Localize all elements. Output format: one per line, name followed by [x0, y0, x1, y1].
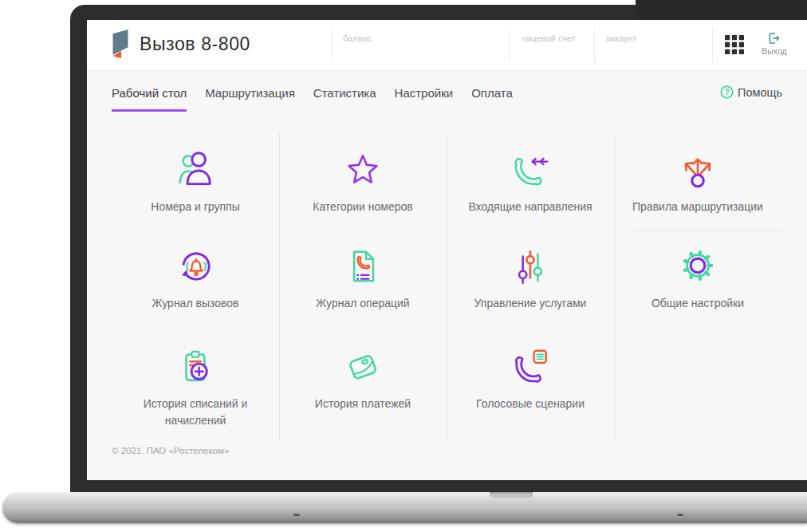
help-label: Помощь [738, 86, 782, 99]
tile-general-settings[interactable]: Общие настройки [614, 230, 781, 330]
tile-operations-log[interactable]: Журнал операций [279, 230, 447, 330]
payments-wallet-icon [341, 345, 384, 388]
tile-charges-history[interactable]: История списаний и начислений [112, 330, 279, 441]
app-title: Вызов 8-800 [140, 33, 250, 55]
balance-field-label: баланс [343, 33, 372, 43]
header-divider [594, 27, 595, 62]
incoming-call-icon [509, 148, 552, 191]
laptop-base [2, 492, 807, 523]
grid-apps-icon [725, 35, 744, 54]
voice-scenarios-icon [509, 345, 552, 388]
tile-label: Голосовые сценарии [476, 396, 585, 412]
laptop-lid-edge [636, 0, 807, 22]
grid-divider [447, 133, 447, 441]
help-icon: ? [720, 85, 734, 99]
tile-voice-scenarios[interactable]: Голосовые сценарии [447, 330, 614, 441]
laptop-latch-notch [490, 492, 533, 498]
users-icon [174, 148, 217, 191]
tile-payments-history[interactable]: История платежей [279, 330, 447, 441]
tile-routing-rules[interactable]: Правила маршрутизации [614, 133, 781, 230]
app-screen: Вызов 8-800 баланс лицевой счет аккаунт [87, 20, 807, 480]
logout-icon [767, 31, 781, 45]
tile-label: Правила маршрутизации [632, 199, 763, 215]
dashboard-grid: Номера и группы Категории номеров [112, 133, 781, 441]
laptop-foot [677, 514, 683, 516]
account-field-label: аккаунт [606, 33, 637, 43]
laptop-foot [293, 514, 300, 516]
sliders-icon [509, 245, 552, 288]
app-header: Вызов 8-800 баланс лицевой счет аккаунт [87, 20, 807, 71]
tile-incoming-directions[interactable]: Входящие направления [447, 133, 614, 230]
tile-number-categories[interactable]: Категории номеров [279, 133, 447, 230]
tile-label: Журнал вызовов [152, 295, 238, 312]
charges-history-icon [174, 345, 217, 388]
rostelecom-logo-icon [112, 30, 129, 60]
star-icon [341, 148, 384, 191]
tile-label: Категории номеров [313, 199, 413, 215]
header-divider [331, 27, 332, 62]
gear-icon [676, 245, 719, 288]
account-number-field-label: лицевой счет [522, 33, 576, 43]
logout-label: Выход [755, 46, 793, 56]
tile-label: Журнал операций [316, 295, 409, 312]
header-divider [509, 27, 510, 62]
grid-divider [279, 133, 280, 441]
tile-label: Общие настройки [652, 295, 744, 312]
grid-divider [614, 133, 615, 441]
tile-label: Номера и группы [151, 199, 239, 215]
tab-desktop[interactable]: Рабочий стол [112, 86, 187, 112]
tile-call-log[interactable]: Журнал вызовов [112, 230, 279, 330]
apps-grid-button[interactable] [725, 35, 744, 54]
copyright-text: © 2021. ПАО «Ростелеком» [112, 446, 229, 455]
tile-numbers-and-groups[interactable]: Номера и группы [112, 133, 279, 230]
tile-label: Управление услугами [474, 295, 587, 312]
logout-button[interactable]: Выход [755, 31, 793, 56]
tile-service-management[interactable]: Управление услугами [447, 230, 614, 330]
tile-label: История платежей [315, 396, 411, 412]
tab-statistics[interactable]: Статистика [313, 86, 376, 112]
svg-text:?: ? [724, 88, 729, 97]
grid-divider [633, 230, 781, 231]
header-divider [712, 27, 713, 62]
call-log-bell-icon [174, 245, 217, 288]
operations-document-icon [341, 245, 384, 288]
tile-label: История списаний и начислений [120, 396, 270, 429]
tab-settings[interactable]: Настройки [395, 86, 454, 112]
tile-label: Входящие направления [468, 199, 592, 215]
tab-payment[interactable]: Оплата [471, 86, 513, 112]
routing-arrows-icon [676, 148, 719, 191]
help-link[interactable]: ? Помощь [720, 85, 782, 99]
laptop-mockup: Вызов 8-800 баланс лицевой счет аккаунт [0, 0, 807, 532]
empty-cell [614, 330, 781, 441]
tab-routing[interactable]: Маршрутизация [205, 86, 295, 112]
main-navigation: Рабочий стол Маршрутизация Статистика На… [87, 70, 807, 113]
